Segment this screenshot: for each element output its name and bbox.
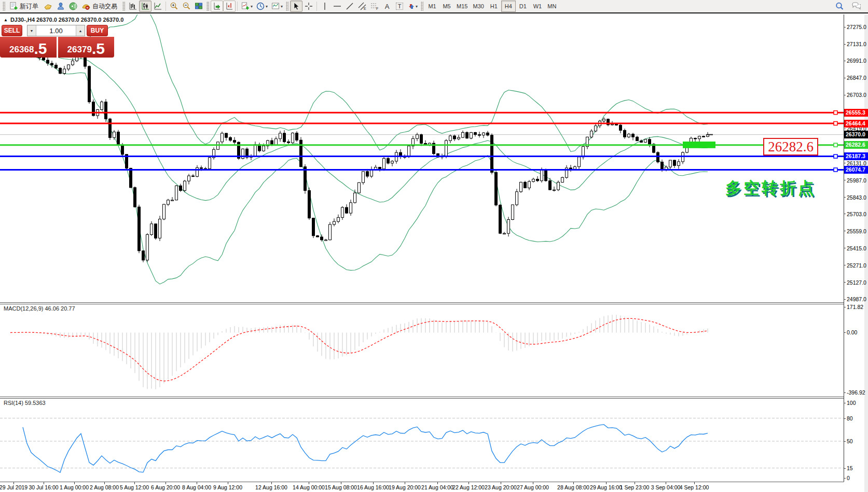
price-tick: 25415.0 (844, 245, 866, 251)
search-icon[interactable] (835, 2, 844, 11)
level-price-label: 26464.4 (844, 120, 868, 128)
auto-scroll-button[interactable] (211, 1, 223, 12)
toolbar-grip[interactable] (421, 2, 423, 11)
toolbar-separator (237, 2, 238, 11)
fibonacci-icon: F (370, 2, 379, 11)
trendline-button[interactable] (343, 1, 356, 12)
horizontal-line-button[interactable] (331, 1, 343, 12)
timeframe-W1[interactable]: W1 (530, 1, 545, 12)
sell-price-box[interactable]: 26368.5 (0, 37, 57, 58)
trade-panel-prices: 26368.5 26379.5 (0, 37, 114, 58)
auto-scroll-icon (212, 2, 222, 11)
signals-button[interactable] (67, 1, 79, 12)
arrows-button[interactable]: ▾ (406, 1, 419, 12)
sell-button[interactable]: SELL (2, 25, 22, 36)
indicators-caret: ▾ (251, 4, 253, 9)
sell-price-frac: .5 (34, 41, 47, 57)
equidistant-channel-button[interactable]: E (356, 1, 368, 12)
time-label: 3 Sep 04:00 (651, 484, 681, 490)
profiles-button[interactable] (42, 1, 54, 12)
price-tick: 25987.0 (844, 177, 866, 184)
timeframe-MN[interactable]: MN (545, 1, 559, 12)
bar-chart-icon (128, 2, 137, 11)
timeframe-D1[interactable]: D1 (516, 1, 530, 12)
time-label: 19 Aug 20:00 (389, 484, 421, 490)
macd-label: MACD(12,26,9) 46.06 20.77 (4, 305, 75, 312)
time-label: 29 Aug 16:00 (590, 484, 622, 490)
time-axis[interactable]: 29 Jul 201930 Jul 16:001 Aug 00:002 Aug … (0, 482, 844, 492)
price-tick: 26991.0 (844, 58, 866, 64)
rsi-scale-tick: 15 (844, 465, 853, 471)
time-label: 29 Jul 2019 (0, 484, 27, 490)
toolbar-separator (166, 2, 166, 11)
templates-caret: ▾ (281, 4, 283, 9)
timeframe-H4[interactable]: H4 (501, 1, 516, 12)
new-order-icon (9, 2, 18, 11)
templates-button[interactable]: ▾ (269, 1, 284, 12)
fibonacci-button[interactable]: F (368, 1, 381, 12)
time-label: 27 Aug 00:00 (517, 484, 549, 490)
text-label-button[interactable]: T (393, 1, 406, 12)
cursor-button[interactable] (290, 1, 302, 12)
time-label: 5 Aug 12:00 (120, 484, 149, 490)
volume-value[interactable]: 1.00 (36, 25, 76, 36)
time-label: 8 Aug 04:00 (182, 484, 211, 490)
zoom-out-button[interactable] (180, 1, 192, 12)
periods-caret: ▾ (266, 4, 268, 9)
zoom-in-button[interactable] (168, 1, 180, 12)
symbol-title: ▲ DJ30-,H4 26370.0 26370.0 26370.0 26370… (4, 17, 123, 23)
one-click-trading-panel: SELL ▼ 1.00 ▲ BUY 26368.5 26379.5 (0, 23, 114, 58)
buy-price-main: 26379 (67, 43, 92, 57)
indicators-button[interactable]: ▾ (239, 1, 254, 12)
timeframe-group: M1M5M15M30H1H4D1W1MN (425, 1, 559, 12)
chat-icon[interactable] (851, 2, 861, 11)
price-tick: 26131.0 (844, 160, 866, 166)
new-order-button[interactable]: 新订单 (7, 1, 42, 12)
candlestick-chart-button[interactable] (139, 1, 151, 12)
equidistant-channel-icon: E (357, 2, 367, 11)
time-label: 21 Aug 04:00 (421, 484, 453, 490)
market-watch-button[interactable] (54, 1, 67, 12)
chart-shift-button[interactable] (223, 1, 236, 12)
periods-button[interactable]: ▾ (254, 1, 269, 12)
toolbar-grip[interactable] (206, 2, 209, 11)
bar-chart-button[interactable] (127, 1, 139, 12)
price-tick: 25559.0 (844, 228, 866, 234)
time-label: 6 Aug 20:00 (151, 484, 180, 490)
time-label: 12 Aug 16:00 (255, 484, 287, 490)
autotrading-label: 自动交易 (92, 2, 117, 11)
arrows-icon (407, 3, 415, 10)
timeframe-M15[interactable]: M15 (454, 1, 470, 12)
text-button[interactable]: A (381, 1, 393, 12)
toolbar-grip[interactable] (3, 2, 5, 11)
timeframe-M5[interactable]: M5 (439, 1, 454, 12)
vertical-line-button[interactable] (319, 1, 331, 12)
cursor-icon (292, 2, 301, 11)
toolbar-grip[interactable] (286, 2, 288, 11)
price-tick: 25843.0 (844, 194, 866, 201)
buy-button[interactable]: BUY (87, 25, 108, 36)
toolbar-grip[interactable] (122, 2, 125, 11)
timeframe-M30[interactable]: M30 (470, 1, 486, 12)
timeframe-M1[interactable]: M1 (425, 1, 439, 12)
price-callout-box[interactable]: 26282.6 (763, 138, 818, 156)
rsi-label: RSI(14) 59.5363 (4, 400, 46, 406)
crosshair-button[interactable] (302, 1, 315, 12)
volume-increase-button[interactable]: ▲ (76, 25, 85, 36)
autotrading-button[interactable]: 自动交易 (79, 1, 121, 12)
chart-canvas[interactable] (0, 15, 868, 492)
turning-point-annotation: 多空转折点 (725, 177, 816, 199)
price-tick: 25703.0 (844, 211, 866, 217)
zoom-out-icon (182, 2, 191, 11)
toolbar-separator (316, 2, 317, 11)
tile-windows-button[interactable] (192, 1, 205, 12)
buy-price-box[interactable]: 26379.5 (58, 37, 115, 58)
main-toolbar: 新订单 自动交 (0, 0, 868, 13)
symbol-title-text: DJ30-,H4 26370.0 26370.0 26370.0 26370.0 (10, 17, 123, 23)
volume-decrease-button[interactable]: ▼ (27, 25, 36, 36)
price-scale[interactable]: 27275.027131.026991.026847.026703.026419… (844, 15, 868, 483)
line-chart-button[interactable] (151, 1, 164, 12)
price-tick: 25127.0 (844, 279, 866, 286)
collapse-triangle-icon[interactable]: ▲ (4, 18, 8, 22)
timeframe-H1[interactable]: H1 (487, 1, 501, 12)
